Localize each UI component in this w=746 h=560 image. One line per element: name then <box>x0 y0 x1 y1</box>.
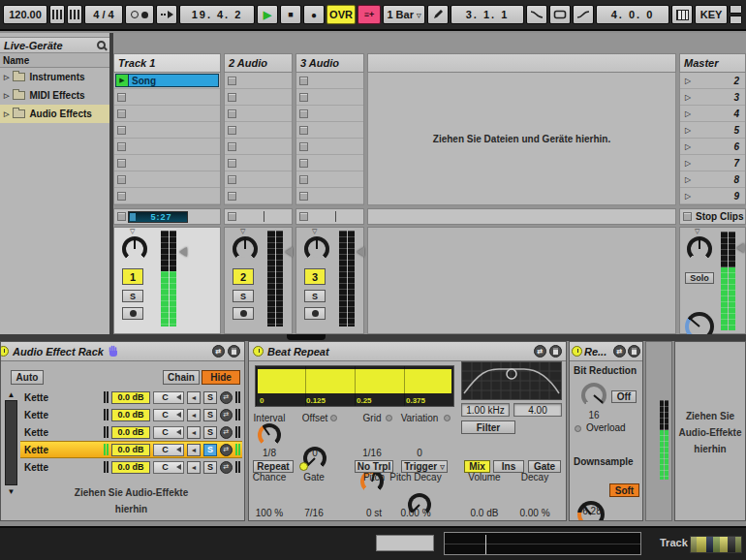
clip-stop-button[interactable] <box>228 126 236 135</box>
filter-freq-field[interactable]: 1.00 kHz <box>461 403 510 417</box>
chain-solo-button[interactable]: S <box>203 461 217 474</box>
track-header-2[interactable]: 2 Audio <box>224 53 293 73</box>
follow-button[interactable] <box>156 5 177 24</box>
automation-arm-button[interactable]: ≡+ <box>357 5 381 24</box>
clip-slot[interactable] <box>296 106 363 122</box>
clip-slot[interactable] <box>225 171 292 188</box>
chain-mute-button[interactable]: ◄ <box>187 426 201 439</box>
clip-slot[interactable] <box>296 73 363 89</box>
nudge-down-button[interactable] <box>49 5 65 24</box>
quantization-select[interactable]: 1 Bar▽ <box>383 5 425 24</box>
chain-volume-field[interactable]: 0.0 dB <box>111 444 150 456</box>
expand-triangle-icon[interactable]: ▷ <box>4 92 9 100</box>
master-meter[interactable] <box>721 232 735 330</box>
scene-row[interactable]: ▷3 <box>680 89 745 106</box>
stop-clips-label[interactable]: Stop Clips <box>696 211 743 222</box>
clip-stop-button[interactable] <box>299 109 308 118</box>
solo-button[interactable]: S <box>233 290 254 302</box>
clip-slot[interactable] <box>114 188 220 204</box>
gate-value[interactable]: 7/16 <box>285 508 343 518</box>
device-activator-led[interactable] <box>572 346 582 357</box>
clip-stop-button[interactable] <box>117 93 126 102</box>
clip-stop-button[interactable] <box>228 109 236 118</box>
clip-slot[interactable] <box>225 188 292 204</box>
clip-slot[interactable] <box>114 122 220 139</box>
clip-stop-button[interactable] <box>228 77 236 85</box>
volume-fader-handle[interactable] <box>357 247 364 257</box>
clip-stop-button[interactable] <box>117 175 126 184</box>
expand-triangle-icon[interactable]: ▷ <box>4 110 9 118</box>
clip-slot[interactable] <box>225 155 292 171</box>
clip-slot[interactable] <box>114 139 220 155</box>
repeat-ruler-display[interactable]: 0 0.125 0.25 0.375 <box>255 365 454 407</box>
arm-button[interactable] <box>233 307 254 320</box>
device-activator-led[interactable] <box>0 346 9 357</box>
track-stop-button[interactable] <box>228 212 236 221</box>
filter-toggle-button[interactable]: Filter <box>461 420 515 434</box>
clip-stop-button[interactable] <box>117 126 126 135</box>
chain-pan-slider[interactable]: C <box>153 444 184 456</box>
hot-swap-icon[interactable]: ⇄ <box>212 345 225 358</box>
chain-row[interactable]: Kette 0.0 dB C ◄ S ⇄ <box>20 423 242 441</box>
clip-play-icon[interactable]: ▶ <box>116 75 129 86</box>
arrangement-overview[interactable] <box>444 532 641 555</box>
clip-slot[interactable] <box>296 171 363 188</box>
clip-stop-button[interactable] <box>117 192 126 201</box>
clip-slot[interactable] <box>225 139 292 155</box>
chain-name[interactable]: Kette <box>22 410 101 420</box>
device-view-tab[interactable] <box>287 334 326 340</box>
play-button[interactable]: ▶ <box>257 5 278 24</box>
clip-slot[interactable] <box>114 155 220 171</box>
chain-solo-button[interactable]: S <box>203 444 217 456</box>
clip-slot[interactable] <box>225 106 292 122</box>
loop-start-field[interactable]: 3. 1. 1 <box>451 5 524 24</box>
scene-row[interactable]: ▷5 <box>680 122 745 139</box>
track-stop-button[interactable] <box>117 212 126 221</box>
pitch-decay-value[interactable]: 0.00 % <box>387 508 445 518</box>
scene-row[interactable]: ▷4 <box>680 106 745 122</box>
chain-row-selected[interactable]: Kette 0.0 dB C ◄ S ⇄ <box>20 441 242 458</box>
pan-knob[interactable] <box>122 236 147 262</box>
pan-knob[interactable] <box>304 236 329 262</box>
computer-midi-keyboard-button[interactable] <box>671 5 693 24</box>
volume-meter[interactable] <box>339 231 355 327</box>
chain-hot-swap-icon[interactable]: ⇄ <box>220 391 233 404</box>
chain-solo-button[interactable]: S <box>203 391 217 404</box>
track-activator-button[interactable]: 1 <box>122 268 143 285</box>
loop-length-field[interactable]: 4. 0. 0 <box>596 5 669 24</box>
scroll-up-icon[interactable]: ▲ <box>5 389 17 400</box>
chain-pan-slider[interactable]: C <box>153 409 184 421</box>
clip-slot[interactable]: ▶ Song <box>114 73 220 89</box>
chain-name[interactable]: Kette <box>22 392 101 403</box>
scrollbar-thumb[interactable] <box>5 400 17 485</box>
arrangement-position-field[interactable]: 19. 4. 2 <box>179 5 255 24</box>
chain-pan-slider[interactable]: C <box>153 461 184 474</box>
track-header-3[interactable]: 3 Audio <box>295 53 364 73</box>
clip-slot[interactable] <box>296 122 363 139</box>
chain-row[interactable]: Kette 0.0 dB C ◄ S ⇄ <box>20 458 242 476</box>
volume-meter[interactable] <box>161 231 176 327</box>
solo-button[interactable]: S <box>122 290 143 302</box>
clip-slot[interactable] <box>225 73 292 89</box>
chain-pan-slider[interactable]: C <box>153 391 184 404</box>
search-icon[interactable] <box>97 41 106 49</box>
clip-slot[interactable] <box>225 89 292 106</box>
chain-volume-field[interactable]: 0.0 dB <box>111 461 150 474</box>
rack-chain-button[interactable]: Chain <box>163 370 200 385</box>
chain-scrollbar[interactable]: ▲ ▼ <box>5 389 17 518</box>
chain-row[interactable]: Kette 0.0 dB C ◄ S ⇄ <box>20 389 242 406</box>
variation-value[interactable]: 0 <box>390 448 449 458</box>
clip-stop-button[interactable] <box>228 142 236 151</box>
chain-name[interactable]: Kette <box>22 462 101 473</box>
master-pan-knob[interactable] <box>687 236 712 262</box>
arm-button[interactable] <box>304 307 326 320</box>
clip-stop-button[interactable] <box>228 192 236 201</box>
scene-row[interactable]: ▷8 <box>680 171 745 188</box>
master-header[interactable]: Master <box>679 53 746 73</box>
chain-volume-field[interactable]: 0.0 dB <box>111 409 150 421</box>
browser-item-midi-effects[interactable]: ▷ MIDI Effects <box>0 86 109 105</box>
master-fader-handle[interactable] <box>736 243 744 253</box>
chain-mute-button[interactable]: ◄ <box>187 409 201 421</box>
chain-solo-button[interactable]: S <box>203 409 217 421</box>
clip-slot[interactable] <box>114 106 220 122</box>
